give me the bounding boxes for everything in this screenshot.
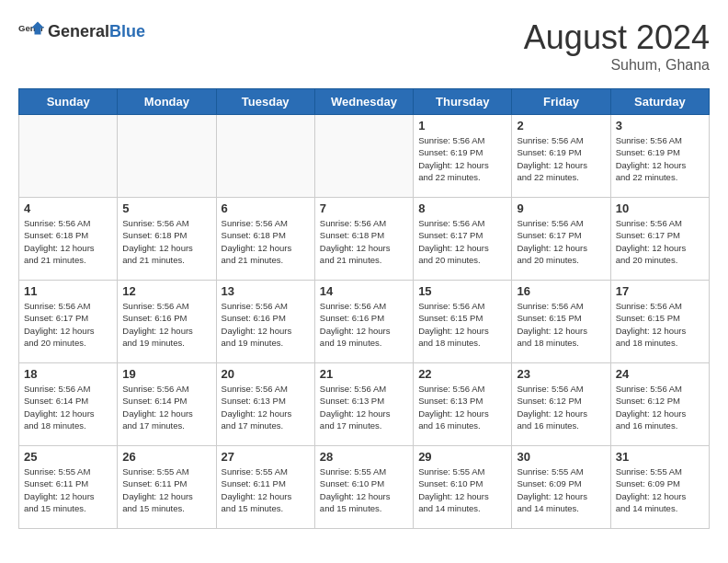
page-header: General GeneralBlue August 2024 Suhum, G…	[18, 18, 710, 74]
week-row-1: 1Sunrise: 5:56 AM Sunset: 6:19 PM Daylig…	[19, 115, 710, 198]
cal-cell-29: 29Sunrise: 5:55 AM Sunset: 6:10 PM Dayli…	[414, 446, 512, 529]
cal-cell-9: 9Sunrise: 5:56 AM Sunset: 6:17 PM Daylig…	[512, 198, 610, 281]
cell-detail: Sunrise: 5:56 AM Sunset: 6:16 PM Dayligh…	[320, 300, 408, 349]
day-header-thursday: Thursday	[414, 89, 512, 115]
day-number: 14	[320, 284, 408, 298]
day-number: 20	[222, 367, 310, 381]
day-number: 18	[24, 367, 112, 381]
day-number: 8	[418, 201, 506, 215]
cal-cell-empty-0	[19, 115, 118, 198]
cell-detail: Sunrise: 5:56 AM Sunset: 6:17 PM Dayligh…	[616, 217, 704, 266]
cal-cell-31: 31Sunrise: 5:55 AM Sunset: 6:09 PM Dayli…	[610, 446, 709, 529]
day-number: 23	[517, 367, 605, 381]
cell-detail: Sunrise: 5:56 AM Sunset: 6:19 PM Dayligh…	[616, 134, 704, 183]
cell-detail: Sunrise: 5:56 AM Sunset: 6:18 PM Dayligh…	[320, 217, 408, 266]
week-row-4: 18Sunrise: 5:56 AM Sunset: 6:14 PM Dayli…	[19, 363, 710, 446]
cell-detail: Sunrise: 5:56 AM Sunset: 6:18 PM Dayligh…	[24, 217, 112, 266]
title-block: August 2024 Suhum, Ghana	[524, 18, 710, 74]
day-number: 31	[616, 450, 704, 464]
cal-cell-2: 2Sunrise: 5:56 AM Sunset: 6:19 PM Daylig…	[512, 115, 610, 198]
day-number: 9	[517, 201, 605, 215]
cal-cell-28: 28Sunrise: 5:55 AM Sunset: 6:10 PM Dayli…	[314, 446, 413, 529]
cell-detail: Sunrise: 5:56 AM Sunset: 6:18 PM Dayligh…	[222, 217, 310, 266]
logo-icon: General	[18, 18, 44, 44]
cell-detail: Sunrise: 5:55 AM Sunset: 6:11 PM Dayligh…	[24, 465, 112, 514]
cal-cell-30: 30Sunrise: 5:55 AM Sunset: 6:09 PM Dayli…	[512, 446, 610, 529]
cal-cell-10: 10Sunrise: 5:56 AM Sunset: 6:17 PM Dayli…	[610, 198, 709, 281]
cal-cell-20: 20Sunrise: 5:56 AM Sunset: 6:13 PM Dayli…	[216, 363, 314, 446]
cal-cell-5: 5Sunrise: 5:56 AM Sunset: 6:18 PM Daylig…	[118, 198, 216, 281]
logo-general-text: General	[48, 22, 109, 40]
cell-detail: Sunrise: 5:56 AM Sunset: 6:17 PM Dayligh…	[418, 217, 506, 266]
day-header-tuesday: Tuesday	[216, 89, 314, 115]
day-number: 10	[616, 201, 704, 215]
day-number: 16	[517, 284, 605, 298]
logo-blue-text: Blue	[109, 22, 145, 40]
cal-cell-7: 7Sunrise: 5:56 AM Sunset: 6:18 PM Daylig…	[314, 198, 413, 281]
day-number: 7	[320, 201, 408, 215]
cal-cell-8: 8Sunrise: 5:56 AM Sunset: 6:17 PM Daylig…	[414, 198, 512, 281]
day-header-friday: Friday	[512, 89, 610, 115]
day-number: 13	[222, 284, 310, 298]
day-number: 6	[222, 201, 310, 215]
day-number: 19	[122, 367, 210, 381]
cell-detail: Sunrise: 5:56 AM Sunset: 6:13 PM Dayligh…	[320, 383, 408, 431]
cal-cell-empty-2	[216, 115, 314, 198]
cell-detail: Sunrise: 5:56 AM Sunset: 6:19 PM Dayligh…	[418, 134, 506, 183]
logo: General GeneralBlue	[18, 18, 145, 44]
day-number: 24	[616, 367, 704, 381]
calendar-body: 1Sunrise: 5:56 AM Sunset: 6:19 PM Daylig…	[19, 115, 710, 529]
cal-cell-19: 19Sunrise: 5:56 AM Sunset: 6:14 PM Dayli…	[118, 363, 216, 446]
cell-detail: Sunrise: 5:55 AM Sunset: 6:11 PM Dayligh…	[122, 465, 210, 514]
day-number: 21	[320, 367, 408, 381]
cell-detail: Sunrise: 5:56 AM Sunset: 6:14 PM Dayligh…	[122, 383, 210, 431]
calendar-table: SundayMondayTuesdayWednesdayThursdayFrid…	[18, 88, 710, 529]
day-number: 17	[616, 284, 704, 298]
cell-detail: Sunrise: 5:56 AM Sunset: 6:18 PM Dayligh…	[122, 217, 210, 266]
cell-detail: Sunrise: 5:55 AM Sunset: 6:09 PM Dayligh…	[616, 465, 704, 514]
cal-cell-12: 12Sunrise: 5:56 AM Sunset: 6:16 PM Dayli…	[118, 281, 216, 363]
cal-cell-25: 25Sunrise: 5:55 AM Sunset: 6:11 PM Dayli…	[19, 446, 118, 529]
day-number: 26	[122, 450, 210, 464]
cell-detail: Sunrise: 5:56 AM Sunset: 6:12 PM Dayligh…	[616, 383, 704, 431]
week-row-3: 11Sunrise: 5:56 AM Sunset: 6:17 PM Dayli…	[19, 281, 710, 363]
cal-cell-22: 22Sunrise: 5:56 AM Sunset: 6:13 PM Dayli…	[414, 363, 512, 446]
cell-detail: Sunrise: 5:56 AM Sunset: 6:15 PM Dayligh…	[517, 300, 605, 349]
day-number: 4	[24, 201, 112, 215]
cal-cell-26: 26Sunrise: 5:55 AM Sunset: 6:11 PM Dayli…	[118, 446, 216, 529]
cal-cell-4: 4Sunrise: 5:56 AM Sunset: 6:18 PM Daylig…	[19, 198, 118, 281]
cell-detail: Sunrise: 5:56 AM Sunset: 6:16 PM Dayligh…	[222, 300, 310, 349]
cal-cell-21: 21Sunrise: 5:56 AM Sunset: 6:13 PM Dayli…	[314, 363, 413, 446]
cal-cell-13: 13Sunrise: 5:56 AM Sunset: 6:16 PM Dayli…	[216, 281, 314, 363]
cell-detail: Sunrise: 5:56 AM Sunset: 6:16 PM Dayligh…	[122, 300, 210, 349]
cell-detail: Sunrise: 5:56 AM Sunset: 6:17 PM Dayligh…	[24, 300, 112, 349]
cal-cell-16: 16Sunrise: 5:56 AM Sunset: 6:15 PM Dayli…	[512, 281, 610, 363]
day-header-wednesday: Wednesday	[314, 89, 413, 115]
day-header-sunday: Sunday	[19, 89, 118, 115]
day-number: 15	[418, 284, 506, 298]
day-number: 12	[122, 284, 210, 298]
day-number: 2	[517, 119, 605, 132]
cell-detail: Sunrise: 5:56 AM Sunset: 6:14 PM Dayligh…	[24, 383, 112, 431]
day-number: 22	[418, 367, 506, 381]
day-number: 1	[418, 119, 506, 132]
day-number: 25	[24, 450, 112, 464]
cell-detail: Sunrise: 5:56 AM Sunset: 6:15 PM Dayligh…	[418, 300, 506, 349]
cell-detail: Sunrise: 5:55 AM Sunset: 6:09 PM Dayligh…	[517, 465, 605, 514]
cal-cell-3: 3Sunrise: 5:56 AM Sunset: 6:19 PM Daylig…	[610, 115, 709, 198]
cell-detail: Sunrise: 5:56 AM Sunset: 6:15 PM Dayligh…	[616, 300, 704, 349]
day-number: 3	[616, 119, 704, 132]
cal-cell-18: 18Sunrise: 5:56 AM Sunset: 6:14 PM Dayli…	[19, 363, 118, 446]
day-number: 5	[122, 201, 210, 215]
cal-cell-6: 6Sunrise: 5:56 AM Sunset: 6:18 PM Daylig…	[216, 198, 314, 281]
cell-detail: Sunrise: 5:56 AM Sunset: 6:17 PM Dayligh…	[517, 217, 605, 266]
calendar-title: August 2024	[524, 18, 710, 57]
day-number: 30	[517, 450, 605, 464]
cal-cell-empty-1	[118, 115, 216, 198]
cal-cell-11: 11Sunrise: 5:56 AM Sunset: 6:17 PM Dayli…	[19, 281, 118, 363]
week-row-2: 4Sunrise: 5:56 AM Sunset: 6:18 PM Daylig…	[19, 198, 710, 281]
day-number: 11	[24, 284, 112, 298]
cal-cell-17: 17Sunrise: 5:56 AM Sunset: 6:15 PM Dayli…	[610, 281, 709, 363]
cell-detail: Sunrise: 5:56 AM Sunset: 6:13 PM Dayligh…	[418, 383, 506, 431]
cell-detail: Sunrise: 5:56 AM Sunset: 6:19 PM Dayligh…	[517, 134, 605, 183]
